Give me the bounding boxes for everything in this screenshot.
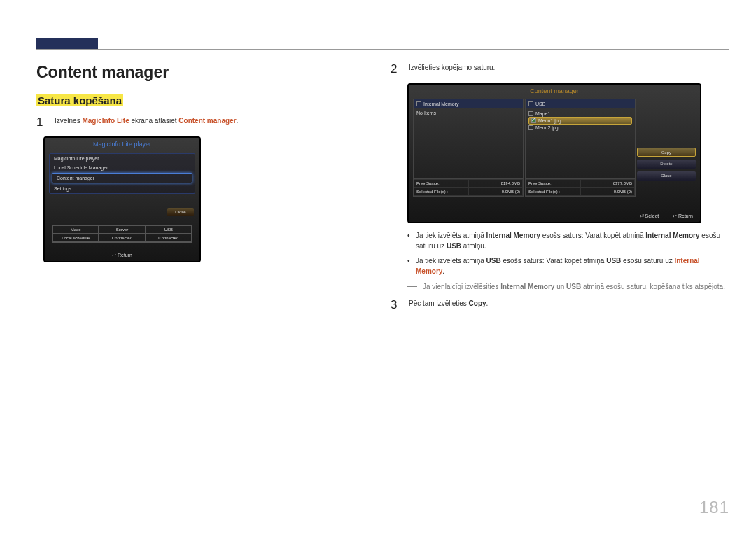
menu-item: Settings <box>50 184 195 193</box>
checkbox-icon <box>528 101 533 106</box>
shot-title: MagicInfo Lite player <box>45 138 200 150</box>
section-heading: Satura kopēšana <box>36 94 123 106</box>
screenshot-content-manager: Content manager Internal Memory No Items… <box>407 83 701 223</box>
panel-body: No Items <box>414 108 523 178</box>
checkbox-icon <box>416 101 421 106</box>
bullet-item: Ja tiek izvēlēts atmiņā USB esošs saturs… <box>407 255 727 276</box>
shot-title: Content manager <box>409 85 700 97</box>
menu-item-selected: Content manager <box>52 173 192 183</box>
status-grid: ModeServerUSB Local scheduleConnectedCon… <box>52 225 192 243</box>
step-3: 3 Pēc tam izvēlieties Copy. <box>391 299 727 312</box>
checkbox-icon <box>528 111 533 116</box>
close-button: Close <box>167 208 194 216</box>
menu-item: Local Schedule Manager <box>50 163 195 172</box>
step-text: Pēc tam izvēlieties Copy. <box>409 299 727 309</box>
panel-actions: Copy Delete Close <box>637 99 696 197</box>
screenshot-magicinfo-menu: MagicInfo Lite player MagicInfo Lite pla… <box>43 136 201 262</box>
delete-button: Delete <box>637 160 696 169</box>
file-selected: Menu1.jpg <box>528 117 632 125</box>
note-dash-icon <box>407 286 417 287</box>
step-number: 3 <box>391 299 402 312</box>
checkbox-icon <box>528 125 533 130</box>
bullet-item: Ja tiek izvēlēts atmiņā Internal Memory … <box>407 230 727 251</box>
step-text: Izvēlnes MagicInfo Lite ekrānā atlasiet … <box>55 116 365 127</box>
close-button: Close <box>637 171 696 181</box>
note: Ja vienlaicīgi izvēlēsities Internal Mem… <box>407 282 727 292</box>
step-number: 1 <box>36 116 48 129</box>
page-title: Content manager <box>36 63 365 82</box>
step-number: 2 <box>391 63 402 76</box>
step-text: Izvēlieties kopējamo saturu. <box>409 63 727 73</box>
step-2: 2 Izvēlieties kopējamo saturu. <box>391 63 727 76</box>
menu-item: MagicInfo Lite player <box>50 154 195 163</box>
return-hint: ↩ Return <box>45 253 200 258</box>
step-1: 1 Izvēlnes MagicInfo Lite ekrānā atlasie… <box>36 116 365 129</box>
panel-internal-memory: Internal Memory No Items Free Space:8194… <box>413 99 524 197</box>
page-number: 181 <box>699 498 729 517</box>
panel-usb: USB Mape1 Menu1.jpg Menu2.jpg Free Space… <box>525 99 636 197</box>
checkbox-checked-icon <box>531 118 536 123</box>
footer-hints: ⏎ Select ↩ Return <box>409 213 693 219</box>
copy-button: Copy <box>637 148 696 157</box>
